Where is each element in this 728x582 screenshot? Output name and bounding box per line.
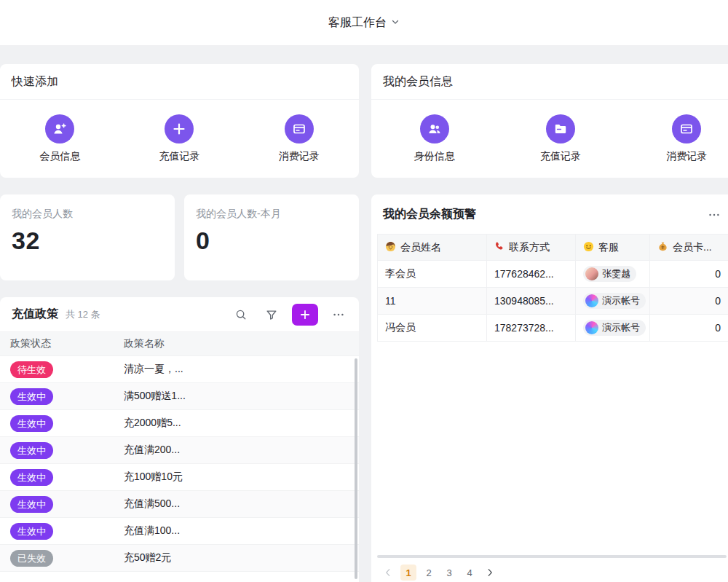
icon-label: 消费记录 — [666, 150, 707, 163]
vertical-scrollbar[interactable] — [355, 358, 357, 579]
record-count: 共 12 条 — [66, 308, 100, 321]
person-icon — [385, 241, 396, 254]
status-badge: 待生效 — [10, 361, 53, 378]
money-bag-icon — [657, 241, 668, 254]
user-plus-icon — [45, 114, 74, 143]
table-row[interactable]: 生效中 充值满200... — [0, 437, 359, 464]
my-member-info-card: 我的会员信息 身份信息 充值记录 消费记录 — [371, 64, 728, 178]
column-label: 客服 — [598, 241, 619, 254]
policy-name: 满500赠送1... — [112, 390, 359, 403]
table-row[interactable]: 冯会员 178273728... 演示帐号 0 — [378, 315, 728, 342]
policy-name: 清凉一夏，... — [112, 363, 359, 376]
status-badge: 生效中 — [10, 442, 53, 459]
plus-icon — [165, 114, 194, 143]
balance-warning-card: 我的会员余额预警 会员姓名 联系方式 客服 会员卡... 李 — [371, 194, 728, 582]
quick-add-consume-record[interactable]: 消费记录 — [240, 114, 359, 163]
member-name: 李会员 — [378, 261, 487, 288]
member-recharge-record[interactable]: 充值记录 — [497, 114, 623, 163]
agent-pill: 张雯越 — [583, 266, 636, 282]
card-title: 充值政策 — [12, 307, 58, 322]
app-title-dropdown[interactable]: 客服工作台 — [328, 15, 400, 31]
card-title: 我的会员余额预警 — [383, 207, 476, 222]
table-row[interactable]: 李会员 177628462... 张雯越 0 — [378, 261, 728, 288]
quick-add-recharge-record[interactable]: 充值记录 — [119, 114, 239, 163]
folder-icon — [546, 114, 575, 143]
quick-add-card: 快速添加 会员信息 充值记录 消费记录 — [0, 64, 359, 178]
add-record-button[interactable] — [292, 304, 318, 326]
stat-label: 我的会员人数 — [0, 194, 175, 221]
filter-icon[interactable] — [261, 304, 282, 325]
status-badge: 生效中 — [10, 388, 53, 405]
card-title: 我的会员信息 — [371, 64, 728, 100]
member-name: 11 — [378, 288, 487, 315]
table-row[interactable]: 11 130948085... 演示帐号 0 — [378, 288, 728, 315]
table-row[interactable]: 生效中 满500赠送1... — [0, 383, 359, 410]
column-header-contact: 联系方式 — [487, 235, 576, 261]
agent-cell: 张雯越 — [576, 261, 650, 288]
policy-card-header: 充值政策 共 12 条 — [0, 297, 359, 331]
page-button[interactable]: 3 — [441, 565, 457, 581]
status-badge: 生效中 — [10, 469, 53, 486]
more-icon[interactable] — [705, 206, 724, 224]
member-contact: 178273728... — [487, 315, 576, 342]
horizontal-scrollbar[interactable] — [377, 555, 727, 558]
table-row[interactable]: 生效中 充值满500... — [0, 491, 359, 518]
receipt-icon — [285, 114, 314, 143]
policy-name: 充值满100... — [112, 524, 359, 538]
policy-name: 充值满200... — [112, 444, 359, 457]
policy-name: 充值满500... — [112, 498, 359, 511]
page-button[interactable]: 4 — [462, 565, 478, 581]
table-row[interactable]: 待生效 清凉一夏，... — [0, 356, 359, 383]
top-bar: 客服工作台 — [0, 0, 728, 45]
member-consume-record[interactable]: 消费记录 — [624, 114, 728, 163]
member-info-actions: 身份信息 充值记录 消费记录 — [371, 100, 728, 177]
quick-add-member-info[interactable]: 会员信息 — [0, 114, 119, 163]
agent-cell: 演示帐号 — [576, 288, 650, 315]
status-badge: 已失效 — [10, 550, 53, 567]
prev-page-button[interactable] — [380, 565, 396, 581]
column-header: 政策名称 — [112, 337, 359, 350]
page-button[interactable]: 2 — [421, 565, 437, 581]
card-title: 快速添加 — [0, 64, 359, 100]
balance-table: 会员姓名 联系方式 客服 会员卡... 李会员 177628462... 张雯越 — [377, 234, 728, 342]
agent-name: 演示帐号 — [602, 321, 640, 334]
pagination: 1 2 3 4 — [380, 565, 498, 581]
table-row[interactable]: 生效中 充100赠10元 — [0, 464, 359, 491]
table-row[interactable]: 生效中 充2000赠5... — [0, 410, 359, 437]
status-badge: 生效中 — [10, 523, 53, 540]
card-balance: 0 — [650, 261, 728, 288]
card-balance: 0 — [650, 315, 728, 342]
icon-label: 身份信息 — [414, 150, 455, 163]
more-icon[interactable] — [328, 304, 349, 325]
phone-icon — [494, 241, 505, 253]
page-button[interactable]: 1 — [400, 565, 416, 581]
agent-name: 张雯越 — [602, 267, 630, 280]
quick-add-actions: 会员信息 充值记录 消费记录 — [0, 100, 359, 177]
member-name: 冯会员 — [378, 315, 487, 342]
icon-label: 消费记录 — [279, 150, 320, 163]
stat-label: 我的会员人数-本月 — [184, 194, 359, 221]
table-row[interactable]: 生效中 充值满100... — [0, 518, 359, 545]
column-header-member-name: 会员姓名 — [378, 235, 487, 261]
agent-cell: 演示帐号 — [576, 315, 650, 342]
people-icon — [420, 114, 449, 143]
balance-table-header: 会员姓名 联系方式 客服 会员卡... — [378, 235, 728, 261]
column-header-agent: 客服 — [576, 235, 650, 261]
policy-table-header: 政策状态 政策名称 — [0, 331, 359, 356]
table-row[interactable]: 已失效 充50赠2元 — [0, 545, 359, 572]
page-title: 客服工作台 — [328, 15, 387, 31]
card-balance: 0 — [650, 288, 728, 315]
column-label: 会员姓名 — [400, 241, 441, 254]
column-header-card-balance: 会员卡... — [650, 235, 728, 261]
column-label: 联系方式 — [509, 241, 550, 254]
smiley-icon — [583, 241, 594, 254]
stat-card-member-count: 我的会员人数 32 — [0, 194, 175, 280]
receipt-icon — [672, 114, 701, 143]
stat-card-member-count-month: 我的会员人数-本月 0 — [184, 194, 359, 280]
recharge-policy-card: 充值政策 共 12 条 政策状态 政策名称 待生效 清凉一夏，... — [0, 297, 359, 582]
agent-name: 演示帐号 — [602, 294, 640, 307]
icon-label: 会员信息 — [39, 150, 80, 163]
next-page-button[interactable] — [482, 565, 498, 581]
search-icon[interactable] — [231, 304, 251, 325]
member-identity-info[interactable]: 身份信息 — [371, 114, 497, 163]
